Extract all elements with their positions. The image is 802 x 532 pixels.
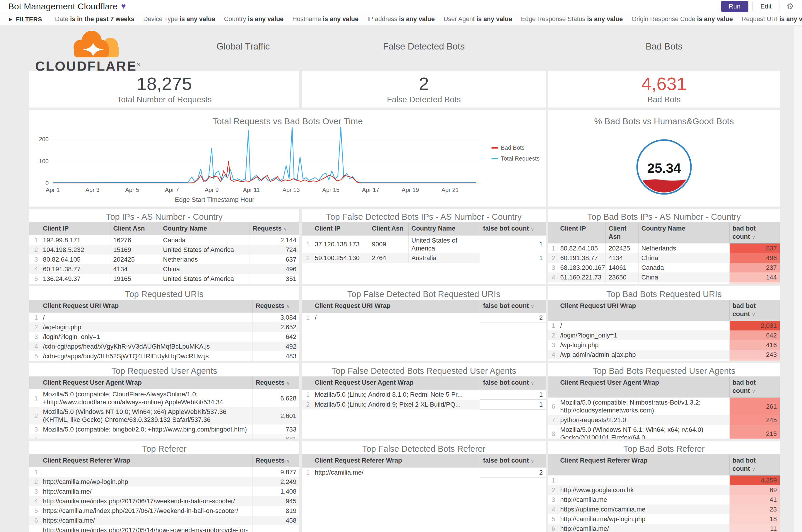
- sort-desc-icon[interactable]: ∨: [751, 312, 755, 317]
- column-header[interactable]: Country Name: [408, 222, 480, 235]
- cell[interactable]: Mozilla/5.0 (Linux; Android 8.1.0; Redmi…: [312, 390, 480, 400]
- cell[interactable]: 637: [729, 244, 780, 253]
- cell[interactable]: 144: [729, 272, 780, 282]
- cell[interactable]: 483: [252, 351, 299, 361]
- series-total-requests[interactable]: [53, 127, 476, 183]
- cell[interactable]: 496: [250, 264, 299, 274]
- filter-item[interactable]: Request URI is any value: [742, 16, 802, 22]
- column-header[interactable]: Client Asn: [606, 222, 638, 244]
- cell[interactable]: Mozilla/5.0 (Linux; Android 9; Pixel 2 X…: [312, 400, 480, 410]
- cell[interactable]: 192.99.8.171: [40, 235, 110, 245]
- cell[interactable]: 945: [252, 496, 299, 506]
- sort-desc-icon[interactable]: ∨: [751, 467, 755, 472]
- cell[interactable]: 9009: [369, 235, 408, 253]
- cell[interactable]: /login/?login_only=1: [40, 332, 252, 342]
- sort-desc-icon[interactable]: ∨: [531, 304, 534, 309]
- cell[interactable]: 642: [729, 330, 780, 340]
- edit-button[interactable]: Edit: [752, 1, 780, 12]
- cell[interactable]: 819: [252, 506, 299, 516]
- cell[interactable]: 1: [480, 400, 546, 410]
- cell[interactable]: 2764: [369, 253, 408, 263]
- cell[interactable]: 1,408: [252, 487, 299, 496]
- filters-toggle[interactable]: ▶ FILTERS: [9, 16, 42, 23]
- column-header[interactable]: Client Request User Agent Wrap: [312, 377, 480, 390]
- cell[interactable]: [40, 434, 252, 439]
- cell[interactable]: 2,652: [252, 322, 299, 332]
- cell[interactable]: 202425: [110, 254, 160, 264]
- cell[interactable]: 351: [250, 274, 299, 284]
- cell[interactable]: 136.24.49.37: [40, 274, 110, 284]
- column-header[interactable]: Client Request Referer Wrap: [557, 454, 729, 475]
- cell[interactable]: 215: [729, 425, 780, 439]
- cell[interactable]: 2: [480, 313, 546, 323]
- column-header[interactable]: Client Request Referer Wrap: [40, 454, 252, 467]
- cell[interactable]: /cdn-cgi/apps/body/3Lh52SjWTQ4HRlErJykHq…: [40, 351, 252, 361]
- cell[interactable]: 4134: [110, 264, 160, 274]
- cell[interactable]: 4134: [606, 253, 638, 263]
- column-header[interactable]: Client IP: [557, 222, 606, 244]
- cell[interactable]: https://camilia.me/: [40, 516, 252, 525]
- cell[interactable]: 202425: [606, 244, 638, 253]
- cell[interactable]: 416: [729, 340, 780, 350]
- cell[interactable]: Netherlands: [638, 244, 729, 253]
- column-header[interactable]: Client Asn: [110, 222, 160, 235]
- cell[interactable]: 492: [252, 342, 299, 351]
- cell[interactable]: 681: [252, 434, 299, 439]
- cell[interactable]: 23650: [606, 272, 638, 282]
- cell[interactable]: 1: [480, 253, 546, 263]
- column-header[interactable]: false bot count∨: [480, 377, 546, 390]
- filter-item[interactable]: User Agent is any value: [443, 16, 512, 22]
- cell[interactable]: /cdn-cgi/apps/head/xVgyKhR-vV3dAUGhMqfBc…: [40, 342, 252, 351]
- column-header[interactable]: Requests∨: [252, 377, 299, 390]
- cell[interactable]: Mozilla/5.0 (Windows NT 10.0; Win64; x64…: [40, 407, 252, 424]
- cell[interactable]: 124: [729, 359, 780, 361]
- cell[interactable]: 4,359: [729, 475, 780, 485]
- sort-desc-icon[interactable]: ∨: [531, 226, 534, 232]
- series-bad-bots[interactable]: [53, 161, 476, 183]
- cell[interactable]: 15169: [110, 245, 160, 254]
- kpi-bad-bots-value[interactable]: 4,631: [641, 74, 687, 94]
- cell[interactable]: 237: [729, 263, 780, 272]
- cell[interactable]: 19165: [110, 274, 160, 284]
- cell[interactable]: /wp-login.php: [557, 340, 729, 350]
- cell[interactable]: /: [557, 321, 729, 330]
- column-header[interactable]: bad bot count∨: [729, 377, 780, 398]
- cell[interactable]: http://camilia.me: [557, 495, 729, 505]
- cell[interactable]: 59.100.254.130: [312, 253, 369, 263]
- cell[interactable]: 245: [729, 415, 780, 425]
- column-header[interactable]: Client Request URI Wrap: [312, 300, 480, 313]
- cell[interactable]: …: [606, 282, 638, 284]
- cell[interactable]: China: [638, 253, 729, 263]
- cell[interactable]: python-requests/2.21.0: [557, 415, 729, 425]
- cell[interactable]: 69: [729, 485, 780, 495]
- cell[interactable]: http://camilia.me/index.php/2017/05/14/h…: [40, 525, 252, 532]
- cell[interactable]: 60.191.38.77: [40, 264, 110, 274]
- column-header[interactable]: bad bot count∨: [729, 222, 780, 244]
- sort-desc-icon[interactable]: ∨: [286, 304, 290, 309]
- column-header[interactable]: bad bot count∨: [729, 454, 780, 475]
- filter-item[interactable]: Country is any value: [224, 16, 284, 22]
- sort-desc-icon[interactable]: ∨: [531, 380, 534, 386]
- cell[interactable]: United States of America: [408, 235, 480, 253]
- kpi-total-requests-value[interactable]: 18,275: [136, 74, 192, 94]
- cell[interactable]: http://camilia.me/: [40, 487, 252, 496]
- cell[interactable]: 37.120.138.173: [312, 235, 369, 253]
- cell[interactable]: 642: [252, 332, 299, 342]
- cell[interactable]: …: [557, 282, 606, 284]
- column-header[interactable]: false bot count∨: [480, 222, 546, 235]
- cell[interactable]: Netherlands: [160, 254, 250, 264]
- sort-desc-icon[interactable]: ∨: [286, 458, 290, 464]
- cell[interactable]: 2,249: [252, 477, 299, 487]
- cell[interactable]: Mozilla/5.0 (Windows NT 6.1; Win64; x64;…: [557, 425, 729, 439]
- scrollbar-track[interactable]: [794, 26, 802, 532]
- cell[interactable]: Mozilla/5.0 (compatible; CloudFlare-Alwa…: [40, 390, 252, 407]
- cell[interactable]: Canada: [638, 263, 729, 272]
- cell[interactable]: [557, 475, 729, 485]
- cell[interactable]: http://camilia.me/: [557, 524, 729, 532]
- cell[interactable]: [40, 467, 252, 477]
- cell[interactable]: 41: [729, 495, 780, 505]
- cell[interactable]: 3,084: [252, 312, 299, 322]
- cell[interactable]: Australia: [408, 253, 480, 263]
- cell[interactable]: http://camilia.me/wp-login.php: [557, 514, 729, 524]
- cell[interactable]: 284: [252, 525, 299, 532]
